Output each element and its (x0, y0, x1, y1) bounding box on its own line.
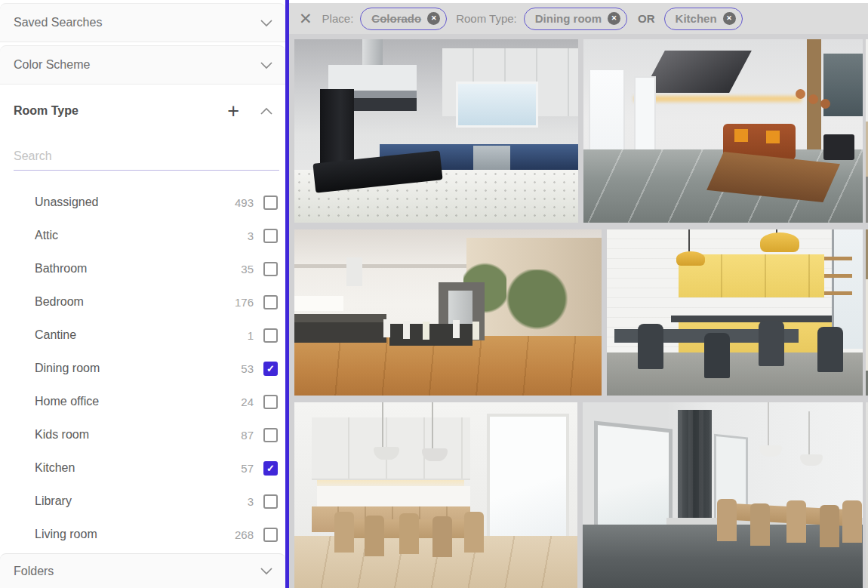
photo-region (671, 316, 833, 322)
photo-region (389, 324, 472, 346)
chip-text: Colorado (371, 12, 421, 25)
room-type-item-bedroom: Bedroom 176 (0, 285, 285, 319)
room-type-checkbox-checked[interactable]: ✓ (263, 362, 278, 376)
section-label: Saved Searches (14, 16, 260, 29)
room-type-item-library: Library 3 (0, 485, 285, 518)
photo-thumbnail-navy-kitchen[interactable] (294, 39, 578, 223)
room-type-label: Library (35, 494, 220, 508)
chevron-down-icon (260, 61, 273, 69)
room-type-checkbox-checked[interactable]: ✓ (263, 461, 278, 476)
remove-chip-icon[interactable]: ✕ (608, 12, 620, 25)
room-type-checkbox[interactable] (263, 195, 278, 210)
room-type-count: 1 (220, 329, 254, 342)
room-type-label: Cantine (35, 328, 220, 342)
photo-region (506, 269, 568, 343)
room-type-list: Unassigned 493 Attic 3 Bathroom 35 Bedro… (0, 186, 285, 551)
room-type-count: 3 (220, 495, 254, 508)
app-window: Saved Searches Color Scheme Room Type + (0, 0, 868, 588)
photo-region (759, 445, 782, 457)
filter-chip-kitchen[interactable]: Kitchen ✕ (664, 8, 743, 30)
filter-chip-colorado[interactable]: Colorado ✕ (360, 8, 447, 30)
room-type-checkbox[interactable] (263, 229, 278, 243)
room-type-checkbox[interactable] (263, 328, 278, 343)
photo-thumbnail-dining-room-trees[interactable] (294, 229, 602, 396)
remove-chip-icon[interactable]: ✕ (723, 12, 736, 25)
room-type-item-bathroom: Bathroom 35 (0, 252, 285, 285)
room-type-item-unassigned: Unassigned 493 (0, 186, 285, 219)
main-content: ✕ Place: Colorado ✕ Room Type: Dining ro… (289, 0, 868, 588)
sidebar-section-color-scheme[interactable]: Color Scheme (0, 45, 285, 85)
room-type-count: 35 (220, 263, 254, 276)
photo-region (317, 486, 470, 506)
checkmark-icon: ✓ (266, 463, 275, 473)
photo-region (294, 314, 386, 342)
photo-grid (289, 34, 868, 588)
room-type-label: Attic (35, 229, 220, 242)
room-type-label: Dining room (35, 362, 220, 375)
photo-region (688, 229, 690, 251)
photo-region (734, 129, 749, 142)
room-type-search (14, 146, 279, 171)
photo-region (334, 512, 354, 553)
sidebar-section-folders[interactable]: Folders (0, 553, 285, 588)
photo-thumbnail-white-kitchen[interactable] (294, 402, 577, 588)
active-filters-bar: ✕ Place: Colorado ✕ Room Type: Dining ro… (289, 3, 868, 34)
photo-region (382, 402, 383, 449)
collapse-room-type-button[interactable] (260, 107, 273, 115)
room-type-item-home-office: Home office 24 (0, 385, 285, 418)
room-type-item-dining-room: Dining room 53 ✓ (0, 352, 285, 385)
photo-region (487, 414, 569, 543)
sidebar-section-room-type: Room Type + (0, 94, 285, 128)
room-type-checkbox[interactable] (263, 262, 278, 276)
room-type-count: 24 (220, 396, 254, 408)
room-type-checkbox[interactable] (263, 295, 278, 309)
room-type-checkbox[interactable] (263, 528, 278, 542)
filter-joiner-or: OR (638, 12, 655, 25)
add-room-type-button[interactable]: + (227, 101, 239, 122)
room-type-label: Home office (35, 395, 220, 408)
filter-chip-dining-room[interactable]: Dining room ✕ (524, 8, 627, 30)
chevron-down-icon (260, 19, 273, 27)
room-type-label: Bathroom (35, 262, 220, 276)
clear-filters-button[interactable]: ✕ (299, 11, 312, 26)
sidebar-section-saved-searches[interactable]: Saved Searches (0, 3, 285, 42)
chevron-up-icon (260, 107, 273, 115)
photo-region (346, 257, 362, 285)
room-type-label: Unassigned (35, 195, 220, 209)
section-label: Color Scheme (14, 58, 260, 72)
room-type-item-living-room: Living room 268 (0, 518, 285, 551)
remove-chip-icon[interactable]: ✕ (427, 12, 440, 25)
checkmark-icon: ✓ (266, 364, 275, 374)
photo-region (760, 232, 799, 252)
room-type-checkbox[interactable] (263, 494, 278, 509)
chevron-down-icon (260, 567, 273, 575)
room-type-label: Bedroom (35, 295, 220, 309)
photo-region (383, 319, 390, 337)
room-type-count: 176 (220, 296, 254, 309)
room-type-count: 57 (220, 462, 254, 475)
room-type-label: Kids room (35, 428, 220, 442)
room-type-count: 268 (220, 528, 254, 541)
chip-text: Dining room (535, 12, 602, 25)
photo-thumbnail-gray-dining-room[interactable] (583, 402, 863, 588)
photo-region (717, 499, 737, 541)
photo-region (676, 251, 705, 266)
photo-region (638, 324, 663, 369)
room-type-checkbox[interactable] (263, 395, 278, 409)
photo-region (796, 89, 805, 99)
photo-thumbnail-yellow-kitchen[interactable] (607, 229, 863, 396)
chip-text: Kitchen (676, 12, 717, 25)
room-type-checkbox[interactable] (263, 428, 278, 442)
room-type-title: Room Type (14, 104, 227, 118)
photo-region (340, 519, 476, 538)
room-type-label: Living room (35, 528, 220, 541)
photo-region (823, 134, 854, 160)
search-input[interactable] (14, 146, 279, 171)
room-type-item-cantine: Cantine 1 (0, 319, 285, 352)
photo-thumbnail-loft-living-dining[interactable] (583, 39, 863, 223)
room-type-count: 87 (220, 429, 254, 442)
photo-region (294, 296, 343, 311)
room-type-item-attic: Attic 3 (0, 219, 285, 252)
section-label: Folders (14, 565, 260, 578)
place-filter-label: Place: (322, 12, 354, 25)
